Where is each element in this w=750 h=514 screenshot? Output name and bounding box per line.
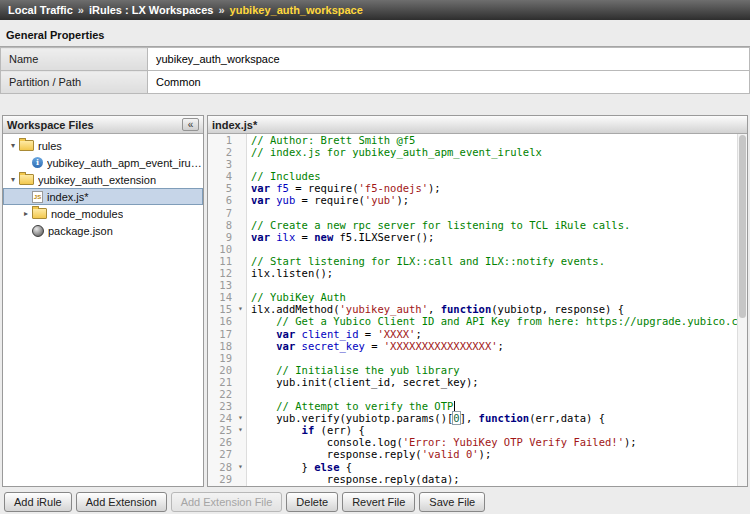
delete-button[interactable]: Delete <box>286 492 338 512</box>
save-file-button[interactable]: Save File <box>419 492 485 512</box>
code-line-7[interactable]: 7 <box>208 207 747 219</box>
fold-gutter <box>235 485 247 486</box>
line-number: 4 <box>208 170 235 182</box>
collapse-panel-button[interactable]: « <box>182 118 199 131</box>
fold-gutter <box>235 255 247 267</box>
code-text: yub.init(client_id, secret_key); <box>247 376 479 388</box>
add-irule-button[interactable]: Add iRule <box>4 492 72 512</box>
main-area: Workspace Files « ▾rulesyubikey_auth_apm… <box>2 115 748 487</box>
tree-item-yubikey-auth-extension[interactable]: ▾yubikey_auth_extension <box>3 171 203 188</box>
editor-scrollbar[interactable] <box>737 134 747 486</box>
code-text: // Initialise the yub library <box>247 364 460 376</box>
line-number: 11 <box>208 255 235 267</box>
fold-arrow-icon[interactable]: ▾ <box>235 461 247 473</box>
code-line-19[interactable]: 19 <box>208 352 747 364</box>
code-line-6[interactable]: 6var yub = require('yub'); <box>208 194 747 206</box>
code-line-28[interactable]: 28▾ } else { <box>208 461 747 473</box>
tree-item-rules[interactable]: ▾rules <box>3 137 203 154</box>
scrollbar-thumb[interactable] <box>739 135 746 318</box>
line-number: 5 <box>208 182 235 194</box>
code-line-5[interactable]: 5var f5 = require('f5-nodejs'); <box>208 182 747 194</box>
editor-panel: index.js* 1// Author: Brett Smith @f52//… <box>207 115 748 487</box>
breadcrumb-irules-lx-workspaces[interactable]: iRules : LX Workspaces <box>89 4 214 16</box>
code-line-9[interactable]: 9var ilx = new f5.ILXServer(); <box>208 231 747 243</box>
code-line-18[interactable]: 18 var secret_key = 'XXXXXXXXXXXXXXXX'; <box>208 340 747 352</box>
tree-item-index-js[interactable]: index.js* <box>3 188 203 205</box>
code-text: response.reply('valid 0'); <box>247 448 491 460</box>
code-line-17[interactable]: 17 var client_id = 'XXXX'; <box>208 328 747 340</box>
tree-item-yubikey-auth-apm-event-irulelx[interactable]: yubikey_auth_apm_event_irulelx <box>3 154 203 171</box>
line-number: 10 <box>208 243 235 255</box>
tree-item-label: yubikey_auth_apm_event_irulelx <box>47 157 203 169</box>
breadcrumb-separator: » <box>78 4 84 16</box>
code-text: // Get a Yubico Client ID and API Key fr… <box>247 315 747 327</box>
code-line-3[interactable]: 3 <box>208 158 747 170</box>
code-text: } <box>247 485 308 486</box>
general-properties-table: Nameyubikey_auth_workspacePartition / Pa… <box>0 47 750 94</box>
code-line-12[interactable]: 12ilx.listen(); <box>208 267 747 279</box>
code-line-15[interactable]: 15▾ilx.addMethod('yubikey_auth', functio… <box>208 303 747 315</box>
code-text <box>247 207 251 219</box>
add-extension-button[interactable]: Add Extension <box>76 492 167 512</box>
line-number: 29 <box>208 473 235 485</box>
code-line-14[interactable]: 14// YubiKey Auth <box>208 291 747 303</box>
text-cursor <box>454 401 455 412</box>
breadcrumb-separator: » <box>218 4 224 16</box>
code-line-26[interactable]: 26 console.log('Error: YubiKey OTP Verif… <box>208 436 747 448</box>
fold-gutter <box>235 436 247 448</box>
code-line-8[interactable]: 8// Create a new rpc server for listenin… <box>208 219 747 231</box>
code-line-21[interactable]: 21 yub.init(client_id, secret_key); <box>208 376 747 388</box>
breadcrumb-local-traffic[interactable]: Local Traffic <box>8 4 73 16</box>
tree-item-node-modules[interactable]: ▸node_modules <box>3 205 203 222</box>
line-number: 2 <box>208 146 235 158</box>
code-line-10[interactable]: 10 <box>208 243 747 255</box>
fold-arrow-icon[interactable]: ▾ <box>235 412 247 424</box>
fold-gutter <box>235 207 247 219</box>
code-line-23[interactable]: 23 // Attempt to verify the OTP <box>208 400 747 412</box>
code-text: var client_id = 'XXXX'; <box>247 328 422 340</box>
workspace-files-header: Workspace Files « <box>3 116 203 134</box>
fold-gutter <box>235 364 247 376</box>
fold-arrow-icon[interactable]: ▾ <box>235 424 247 436</box>
code-line-24[interactable]: 24▾ yub.verify(yubiotp.params()[0], func… <box>208 412 747 424</box>
line-number: 21 <box>208 376 235 388</box>
code-line-11[interactable]: 11// Start listening for ILX::call and I… <box>208 255 747 267</box>
line-number: 7 <box>208 207 235 219</box>
code-editor[interactable]: 1// Author: Brett Smith @f52// index.js … <box>208 134 747 486</box>
code-line-22[interactable]: 22 <box>208 388 747 400</box>
tree-twisty-icon[interactable]: ▾ <box>7 175 19 184</box>
workspace-files-tree: ▾rulesyubikey_auth_apm_event_irulelx▾yub… <box>3 134 203 486</box>
code-text: yub.verify(yubiotp.params()[0], function… <box>247 412 605 424</box>
code-line-16[interactable]: 16 // Get a Yubico Client ID and API Key… <box>208 315 747 327</box>
fold-arrow-icon[interactable]: ▾ <box>235 303 247 315</box>
fold-gutter <box>235 194 247 206</box>
code-line-20[interactable]: 20 // Initialise the yub library <box>208 364 747 376</box>
code-line-1[interactable]: 1// Author: Brett Smith @f5 <box>208 134 747 146</box>
code-line-27[interactable]: 27 response.reply('valid 0'); <box>208 448 747 460</box>
code-line-25[interactable]: 25▾ if (err) { <box>208 424 747 436</box>
tree-twisty-icon[interactable]: ▾ <box>7 141 19 150</box>
code-line-2[interactable]: 2// index.js for yubikey_auth_apm_event_… <box>208 146 747 158</box>
page: Local Traffic»iRules : LX Workspaces»yub… <box>0 0 750 512</box>
fold-gutter <box>235 388 247 400</box>
line-number: 28 <box>208 461 235 473</box>
code-text <box>247 352 251 364</box>
fold-gutter <box>235 243 247 255</box>
fold-gutter <box>235 219 247 231</box>
revert-file-button[interactable]: Revert File <box>342 492 415 512</box>
code-text: var secret_key = 'XXXXXXXXXXXXXXXX'; <box>247 340 504 352</box>
code-line-29[interactable]: 29 response.reply(data); <box>208 473 747 485</box>
workspace-files-title: Workspace Files <box>7 119 94 131</box>
code-line-4[interactable]: 4// Includes <box>208 170 747 182</box>
code-text: if (err) { <box>247 424 365 436</box>
tree-item-package-json[interactable]: package.json <box>3 222 203 239</box>
code-line-30[interactable]: 30 } <box>208 485 747 486</box>
pkg-icon <box>32 225 44 237</box>
property-value-name: yubikey_auth_workspace <box>148 48 750 71</box>
property-row: Partition / PathCommon <box>1 71 750 94</box>
code-line-13[interactable]: 13 <box>208 279 747 291</box>
code-text: var ilx = new f5.ILXServer(); <box>247 231 434 243</box>
fold-gutter <box>235 231 247 243</box>
fold-gutter <box>235 146 247 158</box>
tree-twisty-icon[interactable]: ▸ <box>20 209 32 218</box>
